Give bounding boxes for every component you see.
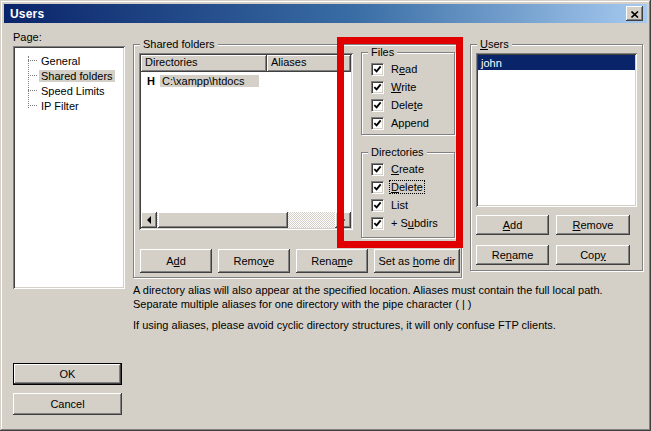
remove-directory-button[interactable]: Remove (218, 249, 290, 273)
title-bar[interactable]: Users (4, 4, 647, 23)
checkbox-delete-dir[interactable]: Delete (371, 180, 424, 194)
checkbox-write[interactable]: Write (371, 80, 417, 94)
directory-row[interactable]: H C:\xampp\htdocs (141, 73, 351, 88)
window-title: Users (10, 7, 44, 21)
checkbox-checked-icon (371, 81, 384, 94)
users-group-title: Users (477, 38, 512, 50)
users-dialog: Users Page: General Shared folders Speed… (0, 0, 651, 431)
tree-item-speed-limits[interactable]: Speed Limits (28, 83, 107, 98)
cyclic-help-paragraph: If using aliases, please avoid cyclic di… (133, 318, 645, 332)
directories-list[interactable]: Directories Aliases H C:\xampp\htdocs (139, 53, 353, 230)
scroll-right-icon (341, 216, 349, 224)
column-header-directories[interactable]: Directories (141, 55, 267, 72)
help-text: A directory alias will also appear at th… (133, 283, 645, 332)
checkbox-checked-icon (371, 217, 384, 230)
directories-list-header: Directories Aliases (141, 55, 351, 72)
tree-stub-icon (28, 60, 37, 61)
rename-directory-button[interactable]: Rename (296, 249, 368, 273)
checkbox-checked-icon (371, 117, 384, 130)
tree-item-shared-folders[interactable]: Shared folders (28, 68, 115, 83)
checkbox-checked-icon (371, 99, 384, 112)
cancel-button[interactable]: Cancel (13, 393, 122, 415)
close-button[interactable] (626, 6, 643, 21)
set-as-home-dir-button[interactable]: Set as home dir (374, 249, 460, 273)
checkbox-checked-icon (371, 163, 384, 176)
scroll-left-icon (143, 216, 151, 224)
scroll-left-button[interactable] (141, 212, 157, 228)
page-tree[interactable]: General Shared folders Speed Limits IP F… (13, 46, 125, 289)
checkbox-create[interactable]: Create (371, 162, 425, 176)
tree-item-ip-filter[interactable]: IP Filter (28, 98, 81, 113)
checkbox-list[interactable]: List (371, 198, 409, 212)
checkbox-delete-file[interactable]: Delete (371, 98, 424, 112)
scroll-right-button[interactable] (335, 212, 351, 228)
close-icon (631, 8, 639, 20)
files-group-title: Files (368, 46, 397, 58)
shared-folders-group-title: Shared folders (140, 38, 218, 50)
tree-stub-icon (28, 75, 37, 76)
rename-user-button[interactable]: Rename (476, 245, 549, 265)
checkbox-checked-icon (371, 181, 384, 194)
horizontal-scrollbar[interactable] (141, 212, 351, 228)
directory-path: C:\xampp\htdocs (160, 75, 259, 87)
add-user-button[interactable]: Add (476, 215, 549, 235)
checkbox-read[interactable]: Read (371, 62, 418, 76)
tree-item-general[interactable]: General (28, 53, 82, 68)
tree-stub-icon (28, 105, 37, 106)
ok-button[interactable]: OK (13, 363, 122, 385)
checkbox-checked-icon (371, 199, 384, 212)
remove-user-button[interactable]: Remove (556, 215, 630, 235)
users-listbox[interactable]: john (476, 53, 637, 207)
add-directory-button[interactable]: Add (140, 249, 212, 273)
checkbox-subdirs[interactable]: + Subdirs (371, 216, 439, 230)
scrollbar-thumb[interactable] (158, 212, 288, 228)
page-panel-label: Page: (13, 31, 42, 43)
user-list-item-john[interactable]: john (478, 55, 635, 70)
alias-help-paragraph: A directory alias will also appear at th… (133, 283, 645, 311)
copy-user-button[interactable]: Copy (556, 245, 630, 265)
checkbox-append[interactable]: Append (371, 116, 430, 130)
home-directory-marker: H (147, 75, 155, 87)
tree-stub-icon (28, 90, 37, 91)
column-header-aliases[interactable]: Aliases (267, 55, 351, 72)
checkbox-checked-icon (371, 63, 384, 76)
directories-group-title: Directories (368, 146, 427, 158)
